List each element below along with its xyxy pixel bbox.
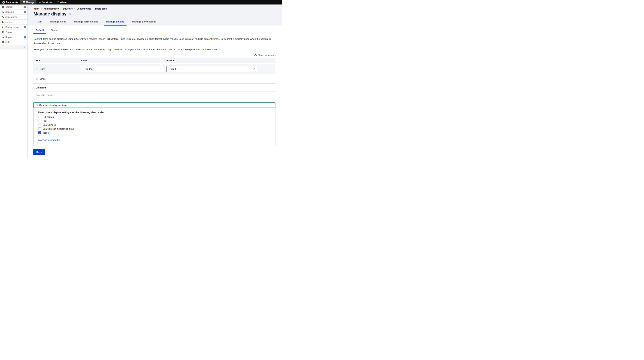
- check-icon: [39, 132, 40, 134]
- format-select-value: Default: [169, 68, 176, 70]
- checkbox-search-result-highlighting-input[interactable]: [38, 128, 41, 130]
- help-icon: ?: [2, 41, 4, 43]
- bookmark-star-icon[interactable]: ☆: [68, 12, 72, 16]
- username-label: admin: [60, 1, 66, 4]
- column-header-field: Field: [34, 59, 81, 62]
- admin-toolbar: ❮ Back to site Manage ★ Shortcuts admin: [0, 0, 282, 5]
- bar-chart-icon: [2, 36, 4, 38]
- chevron-down-icon[interactable]: [24, 36, 26, 39]
- main-content: Home › Administration › Structure › Cont…: [28, 5, 282, 158]
- sidebar-footer: [0, 45, 28, 50]
- chevron-down-icon[interactable]: [24, 26, 26, 29]
- field-name: Links: [40, 78, 46, 80]
- field-name: Body: [40, 68, 46, 70]
- checkbox-row-teaser[interactable]: Teaser: [38, 131, 271, 134]
- show-row-weights-label: Show row weights: [258, 54, 276, 57]
- hamburger-icon: [23, 1, 25, 4]
- toolbar-item-user[interactable]: admin: [54, 0, 69, 5]
- drag-handle-icon[interactable]: [36, 78, 38, 80]
- tab-manage-fields[interactable]: Manage fields: [48, 19, 68, 26]
- save-button[interactable]: Save: [34, 149, 45, 155]
- sidebar-item-label: Configuration: [6, 26, 22, 29]
- user-icon: [57, 1, 59, 4]
- checkbox-row-full-content[interactable]: Full content: [38, 116, 271, 118]
- sidebar-item-reports[interactable]: Reports: [0, 35, 28, 40]
- breadcrumb-content-types[interactable]: Content types: [76, 8, 91, 10]
- sidebar-item-people[interactable]: People: [0, 30, 28, 35]
- sidebar-item-label: Content: [6, 6, 22, 8]
- custom-display-settings-toggle[interactable]: Custom display settings: [34, 102, 276, 108]
- breadcrumb-separator: ›: [60, 8, 61, 10]
- tab-manage-form-display[interactable]: Manage form display: [72, 19, 100, 26]
- chevron-down-icon[interactable]: [24, 11, 26, 13]
- format-select[interactable]: Default: [166, 66, 257, 72]
- tab-manage-display[interactable]: Manage display: [104, 19, 126, 26]
- breadcrumb-basic-page[interactable]: Basic page: [95, 8, 107, 10]
- subtab-default[interactable]: Default: [34, 27, 46, 34]
- table-row-body-field: Body - Hidden - Default: [34, 64, 276, 74]
- sidebar-item-structure[interactable]: Structure: [0, 10, 28, 15]
- star-icon: ★: [39, 1, 41, 4]
- eye-icon: [254, 54, 257, 56]
- back-to-site-button[interactable]: ❮ Back to site: [0, 0, 20, 5]
- shortcuts-label: Shortcuts: [42, 1, 52, 4]
- checkbox-row-search-result-highlighting-input[interactable]: Search result highlighting input: [38, 128, 271, 130]
- manage-label: Manage: [26, 1, 34, 4]
- show-row-weights-link[interactable]: Show row weights: [34, 54, 276, 57]
- people-icon: [2, 31, 4, 33]
- back-to-site-label: Back to site: [6, 1, 18, 4]
- intro-text: Content items can be displayed using dif…: [34, 37, 276, 52]
- subtab-teaser[interactable]: Teaser: [49, 27, 61, 34]
- table-row-links-field: Links: [34, 74, 276, 84]
- tab-manage-permissions[interactable]: Manage permissions: [130, 19, 158, 26]
- breadcrumb-home[interactable]: Home: [34, 8, 40, 10]
- toolbar-item-manage[interactable]: Manage: [20, 0, 36, 5]
- primary-tabs: Edit Manage fields Manage form display M…: [36, 19, 276, 26]
- file-icon: [2, 6, 4, 8]
- no-hidden-field-message: No field is hidden.: [34, 92, 276, 98]
- column-header-label: Label: [81, 59, 166, 62]
- manage-view-modes-link[interactable]: Manage view modes: [38, 139, 60, 141]
- checkbox-search-index[interactable]: [38, 124, 41, 126]
- sidebar-item-configuration[interactable]: Configuration: [0, 25, 28, 30]
- checkbox-row-search-index[interactable]: Search index: [38, 124, 271, 126]
- chevron-down-icon: [253, 68, 255, 70]
- checkbox-rss[interactable]: [38, 120, 41, 122]
- sidebar-item-label: Reports: [6, 36, 22, 39]
- checkbox-full-content[interactable]: [38, 116, 41, 118]
- sidebar-item-content[interactable]: Content: [0, 5, 28, 10]
- chevron-up-icon: [36, 105, 38, 106]
- sidebar-item-label: Appearance: [6, 16, 26, 18]
- tab-edit[interactable]: Edit: [36, 19, 44, 26]
- label-select[interactable]: - Hidden -: [81, 66, 164, 72]
- wrench-icon: [2, 26, 4, 28]
- breadcrumb: Home › Administration › Structure › Cont…: [34, 8, 276, 10]
- disabled-section-row: Disabled: [34, 84, 276, 92]
- sidebar-item-appearance[interactable]: Appearance: [0, 15, 28, 20]
- column-header-format: Format: [166, 59, 276, 62]
- custom-display-settings-body: Use custom display settings for the foll…: [34, 108, 276, 146]
- chevron-down-icon[interactable]: [24, 6, 26, 8]
- breadcrumb-separator: ›: [41, 8, 42, 10]
- toolbar-orientation-toggle-icon[interactable]: [23, 46, 26, 48]
- breadcrumb-separator: ›: [93, 8, 94, 10]
- label-select-value: - Hidden -: [84, 68, 94, 70]
- checkbox-row-rss[interactable]: RSS: [38, 120, 271, 122]
- checkbox-teaser[interactable]: [38, 131, 41, 134]
- breadcrumb-separator: ›: [74, 8, 75, 10]
- drag-handle-icon[interactable]: [36, 68, 38, 70]
- intro-paragraph-2: Here, you can define which fields are sh…: [34, 48, 276, 52]
- view-mode-tabs: Default Teaser: [34, 27, 276, 34]
- table-header-row: Field Label Format: [34, 58, 276, 64]
- svg-text:?: ?: [2, 41, 3, 43]
- custom-display-settings: Custom display settings Use custom displ…: [34, 102, 276, 146]
- sidebar-item-label: Structure: [6, 11, 22, 13]
- paintbrush-icon: [2, 16, 4, 18]
- toolbar-item-shortcuts[interactable]: ★ Shortcuts: [36, 0, 54, 5]
- breadcrumb-structure[interactable]: Structure: [63, 8, 72, 10]
- breadcrumb-administration[interactable]: Administration: [44, 8, 59, 10]
- sidebar-item-label: Extend: [6, 21, 26, 23]
- sidebar-item-extend[interactable]: Extend: [0, 20, 28, 25]
- sidebar-item-help[interactable]: ? Help: [0, 40, 28, 45]
- chevron-down-icon: [160, 68, 162, 70]
